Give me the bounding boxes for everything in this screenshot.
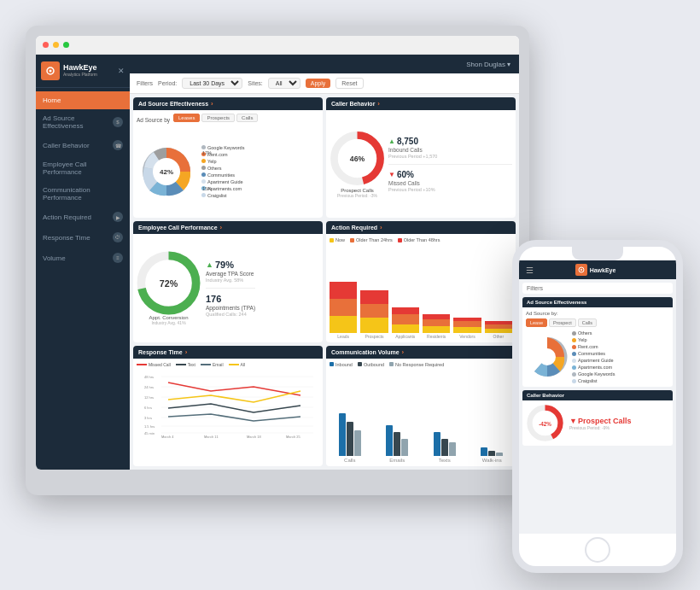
- bar-group-leads: Leads: [330, 282, 357, 339]
- sidebar-item-response[interactable]: Response Time ⏱: [36, 227, 130, 248]
- sidebar-nav: Home Ad Source Effectiveness $ Caller Be…: [36, 88, 130, 470]
- missed-arrow: ▼: [388, 171, 395, 178]
- caller-donut: 46%: [330, 131, 385, 186]
- sidebar-icon-volume: ≡: [113, 253, 123, 263]
- line-chart-svg: 48 hrs 24 hrs 12 hrs 6 hrs 3 hrs 1.5 hrs…: [137, 370, 319, 438]
- sidebar-item-action[interactable]: Action Required ▶: [36, 207, 130, 227]
- legend-dot-48hrs: [398, 238, 402, 242]
- sidebar-icon-ad: $: [113, 117, 123, 127]
- tab-leases[interactable]: Leases: [173, 114, 200, 122]
- phone-logo-text: HawkEye: [590, 267, 616, 273]
- phone-legend-dot-craigslist: [572, 379, 576, 383]
- phone-tab-prospect[interactable]: Prospect: [549, 318, 576, 327]
- widget-response: Response Time › Missed Call: [133, 346, 323, 466]
- pie-label-17: 17%: [202, 150, 212, 155]
- phone-caller-stat: ▼ Prospect Calls Previous Period: -9%: [569, 417, 631, 430]
- user-dropdown-icon[interactable]: ▾: [507, 61, 510, 68]
- legend-dot-outbound: [358, 362, 362, 366]
- bar-residents-24: [423, 319, 450, 326]
- apply-button[interactable]: Apply: [306, 79, 331, 88]
- browser-bar: [36, 36, 519, 55]
- pie-label-15: 15%: [202, 186, 212, 191]
- sidebar-item-comm-perf[interactable]: Communication Performance: [36, 181, 130, 207]
- phone-legend-yelp: Yelp: [572, 337, 615, 342]
- svg-text:12 hrs: 12 hrs: [144, 395, 154, 400]
- browser-dot-green[interactable]: [63, 42, 69, 48]
- sidebar-item-ad-source[interactable]: Ad Source Effectiveness $: [36, 109, 130, 135]
- svg-text:46%: 46%: [350, 154, 365, 162]
- big-donut-sublabel: Industry Avg. 41%: [151, 320, 185, 325]
- browser-dot-red[interactable]: [43, 42, 49, 48]
- sites-select[interactable]: All: [268, 78, 300, 89]
- sidebar-item-volume[interactable]: Volume ≡: [36, 248, 130, 268]
- missed-calls-label: Missed Calls: [388, 180, 512, 186]
- comm-group-texts: Texts: [424, 432, 465, 463]
- legend-apt-guide: Apartment Guide: [201, 179, 244, 184]
- widget-comm-volume: Communication Volume › Inbound: [326, 346, 516, 466]
- comm-bar-row-emails: [377, 425, 418, 456]
- legend-yelp: Yelp: [201, 159, 244, 164]
- phone-legend-dot-google: [572, 372, 576, 377]
- pie-svg: 42%: [137, 142, 196, 202]
- sidebar-item-employee[interactable]: Employee Call Performance: [36, 155, 130, 181]
- legend-dot-craigslist: [201, 193, 206, 197]
- comm-bar-calls-inbound: [339, 413, 346, 456]
- phone-menu-icon[interactable]: ☰: [526, 266, 534, 275]
- legend-others: Others: [201, 166, 244, 171]
- period-select[interactable]: Last 30 Days: [182, 78, 242, 89]
- tpa-score-stat: ▲ 79% Average TPA Score Industry Avg. 58…: [206, 260, 255, 283]
- phone-legend-dot-yelp: [572, 338, 576, 342]
- bar-leads-24: [330, 299, 357, 316]
- employee-arrow: ›: [220, 224, 223, 231]
- sidebar-item-caller[interactable]: Caller Behavior ☎: [36, 135, 130, 155]
- top-bar: Shon Duglas ▾: [130, 55, 519, 73]
- laptop-screen: HawkEye Analytics Platform ✕ Home Ad Sou…: [36, 36, 519, 470]
- svg-text:1.5 hrs: 1.5 hrs: [144, 424, 155, 429]
- phone-tab-calls[interactable]: Calls: [578, 318, 597, 327]
- bar-group-prospects: Prospects: [360, 290, 388, 339]
- bar-prospects-now: [360, 318, 388, 333]
- widget-ad-source-body: Ad Source by Leases Prospects Calls: [133, 110, 323, 218]
- bar-leads-now: [330, 316, 357, 333]
- reset-button[interactable]: Reset: [335, 78, 363, 89]
- tpa-score-value: ▲ 79%: [206, 260, 255, 270]
- phone-legend-communities: Communities: [572, 351, 615, 356]
- legend-line-text: [176, 364, 186, 365]
- inbound-calls-stat: ▲ 8,750 Inbound Calls Previous Period +1…: [388, 137, 512, 159]
- filter-label: Filters: [137, 80, 153, 86]
- comm-bar-texts-no-resp: [449, 442, 456, 456]
- appointments-stat: 176 Appointments (TPA) Qualified Calls: …: [206, 294, 255, 317]
- inbound-arrow: ▲: [388, 137, 395, 145]
- legend-line-missed: [137, 364, 147, 365]
- sidebar-item-home[interactable]: Home: [36, 91, 130, 109]
- svg-text:72%: 72%: [160, 278, 178, 289]
- comm-bar-walkins-inbound: [481, 447, 487, 456]
- phone-tab-lease[interactable]: Lease: [526, 318, 547, 327]
- sidebar-close-icon[interactable]: ✕: [118, 67, 125, 75]
- inbound-calls-prev: Previous Period +1,570: [388, 154, 512, 159]
- phone-legend-dot-rentcom: [572, 345, 576, 349]
- sidebar-logo: HawkEye Analytics Platform ✕: [36, 55, 130, 88]
- phone-widget-caller: Caller Behavior -42% ▼ Prospect Calls: [522, 390, 673, 446]
- pie-chart-container: 42% 17% 15% Google Keywords: [137, 128, 319, 214]
- legend-text: Text: [176, 362, 195, 367]
- app-layout: HawkEye Analytics Platform ✕ Home Ad Sou…: [36, 55, 519, 470]
- phone-home-button[interactable]: [585, 537, 610, 563]
- tab-prospects[interactable]: Prospects: [201, 114, 235, 122]
- browser-dot-yellow[interactable]: [53, 42, 59, 48]
- comm-bar-walkins-no-resp: [496, 453, 503, 456]
- bar-chart-container: Now Older Than 24hrs Older: [330, 237, 512, 338]
- legend-dot-24hrs: [350, 238, 354, 242]
- phone-pie-legend: Others Yelp Rent.com: [572, 330, 615, 383]
- phone-caller-value: ▼ Prospect Calls: [569, 417, 631, 425]
- bar-group-residents: Residents: [423, 314, 450, 339]
- line-chart-container: Missed Call Text Email: [137, 362, 319, 463]
- comm-group-emails: Emails: [377, 425, 418, 463]
- bar-other-now: [485, 329, 512, 333]
- tpa-score-label: Average TPA Score: [206, 271, 255, 277]
- pie-chart: 42% 17% 15%: [137, 142, 196, 202]
- tab-calls[interactable]: Calls: [236, 114, 258, 122]
- phone-widget-ad-body: Ad Source by: Lease Prospect Calls: [522, 307, 673, 387]
- phone-body: Filters Ad Source Effectiveness Ad Sourc…: [519, 279, 676, 534]
- comm-bar-row-walkins: [472, 447, 513, 456]
